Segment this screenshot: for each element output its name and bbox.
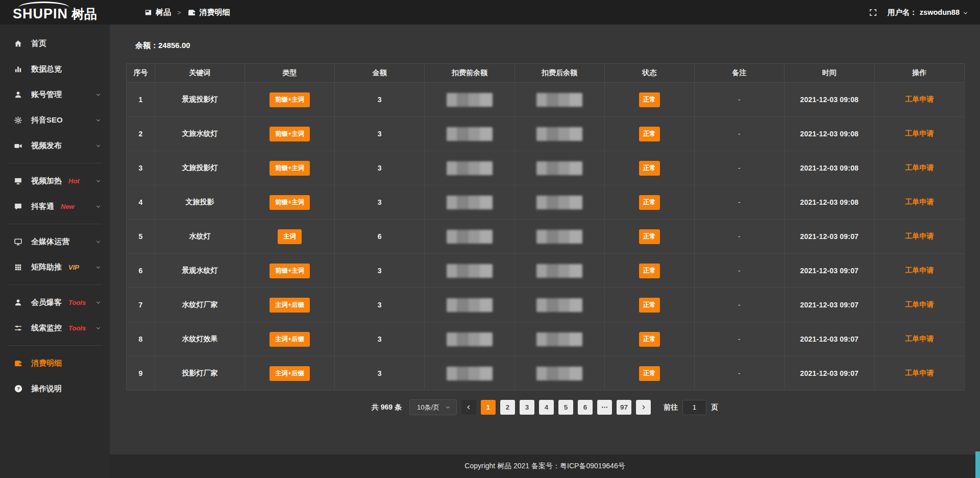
page-button-5[interactable]: 5 (558, 400, 573, 415)
cell-amount: 3 (335, 254, 425, 288)
table-row: 7水纹灯厂家主词+后缀3正常-2021-12-03 09:07工单申请 (127, 288, 965, 322)
blurred-balance (447, 332, 493, 346)
work-order-link[interactable]: 工单申请 (905, 334, 934, 343)
sidebar-item-member-burst[interactable]: 会员爆客Tools (0, 290, 110, 315)
page-size-select[interactable]: 10条/页 (409, 399, 457, 415)
cell-balance-after (514, 83, 604, 117)
chevron-down-icon[interactable] (95, 117, 102, 124)
balance-label: 余额： (135, 41, 158, 50)
page-button-6[interactable]: 6 (578, 400, 593, 415)
more-pages-button[interactable] (597, 400, 612, 415)
work-order-link[interactable]: 工单申请 (905, 163, 934, 172)
gear-icon (14, 116, 23, 125)
chevron-down-icon (445, 404, 451, 411)
work-order-link[interactable]: 工单申请 (905, 198, 934, 206)
prev-page-button[interactable] (461, 400, 476, 415)
table-row: 5水纹灯主词6正常-2021-12-03 09:07工单申请 (127, 220, 965, 254)
video-icon (14, 141, 23, 150)
page-button-3[interactable]: 3 (520, 400, 534, 415)
work-order-link[interactable]: 工单申请 (905, 95, 934, 103)
user-menu[interactable]: 用户名： zswodun88 (888, 8, 969, 17)
cell-balance-before (425, 151, 514, 185)
sidebar-item-video-publish[interactable]: 视频发布 (0, 133, 110, 158)
footer: Copyright 树品 2021 备案号：粤ICP备09019646号 (110, 455, 980, 478)
cell-balance-before (425, 322, 514, 356)
cell-remark: - (694, 288, 784, 322)
status-badge: 正常 (639, 264, 660, 278)
sidebar-item-douketong[interactable]: 抖客通New (0, 194, 110, 219)
work-order-link[interactable]: 工单申请 (905, 369, 934, 377)
sidebar-item-consumption-detail[interactable]: 消费明细 (0, 350, 110, 376)
sidebar-item-data-overview[interactable]: 数据总览 (0, 56, 110, 82)
cell-balance-after (514, 322, 604, 356)
wallet-icon (187, 8, 196, 17)
sidebar-nav: 首页数据总览账号管理抖音SEO视频发布视频加热Hot抖客通New全媒体运营矩阵助… (0, 31, 110, 401)
chevron-down-icon[interactable] (95, 178, 102, 184)
fullscreen-icon[interactable] (869, 8, 877, 17)
grid-icon (14, 263, 23, 272)
sidebar-item-video-heat[interactable]: 视频加热Hot (0, 168, 110, 194)
sidebar-item-matrix-boost[interactable]: 矩阵助推VIP (0, 254, 110, 280)
chevron-down-icon[interactable] (95, 264, 102, 271)
work-order-link[interactable]: 工单申请 (905, 300, 934, 308)
cell-index: 6 (127, 254, 155, 288)
work-order-link[interactable]: 工单申请 (905, 266, 934, 274)
sidebar-item-media-operation[interactable]: 全媒体运营 (0, 229, 110, 254)
cell-balance-after (514, 151, 604, 185)
chevron-down-icon[interactable] (95, 299, 102, 306)
breadcrumb-item-consumption-detail[interactable]: 消费明细 (187, 8, 230, 17)
chevron-down-icon[interactable] (95, 325, 102, 331)
balance-value: 24856.00 (158, 41, 190, 50)
blurred-balance (536, 367, 582, 380)
page-size-value: 10条/页 (417, 403, 439, 412)
monitor-icon (14, 237, 23, 246)
next-page-button[interactable] (636, 400, 651, 415)
cell-amount: 3 (335, 83, 425, 117)
copyright-text: Copyright 树品 2021 备案号：粤ICP备09019646号 (464, 462, 625, 471)
sidebar-item-label: 数据总览 (31, 64, 62, 74)
page-button-2[interactable]: 2 (500, 400, 515, 415)
page-button-97[interactable]: 97 (617, 400, 631, 415)
cell-type: 主词+后缀 (244, 288, 334, 322)
sidebar-divider (8, 163, 102, 163)
column-header: 类型 (244, 64, 334, 83)
cell-amount: 3 (335, 117, 425, 151)
work-order-link[interactable]: 工单申请 (905, 232, 934, 240)
sidebar-item-label: 全媒体运营 (31, 237, 69, 247)
page-button-4[interactable]: 4 (539, 400, 554, 415)
chevron-down-icon[interactable] (95, 203, 102, 210)
cell-action: 工单申请 (874, 322, 964, 356)
sidebar-item-home[interactable]: 首页 (0, 31, 110, 56)
chevron-down-icon[interactable] (95, 142, 102, 149)
blurred-balance (536, 230, 582, 244)
app-logo[interactable]: SHUPIN 树品 (0, 0, 110, 25)
type-badge: 前缀+主词 (270, 92, 310, 107)
cell-status: 正常 (604, 83, 694, 117)
blurred-balance (447, 93, 493, 107)
cell-keyword: 投影灯厂家 (155, 356, 244, 391)
cell-type: 前缀+主词 (244, 185, 334, 220)
work-order-link[interactable]: 工单申请 (905, 129, 934, 137)
cell-time: 2021-12-03 09:07 (785, 254, 875, 288)
cell-time: 2021-12-03 09:08 (785, 185, 875, 220)
cell-balance-after (514, 356, 604, 391)
sidebar-item-account-manage[interactable]: 账号管理 (0, 82, 110, 107)
goto-page-input[interactable] (682, 400, 706, 415)
cell-amount: 3 (335, 322, 425, 356)
table-row: 4文旅投影前缀+主词3正常-2021-12-03 09:08工单申请 (127, 185, 965, 220)
sidebar-item-douyin-seo[interactable]: 抖音SEO (0, 107, 110, 133)
type-badge: 主词 (278, 229, 302, 244)
cell-amount: 3 (335, 151, 425, 185)
sidebar-item-instructions[interactable]: ?操作说明 (0, 376, 110, 401)
sidebar-item-label: 矩阵助推 (31, 262, 62, 272)
dashboard-icon (144, 9, 152, 16)
sidebar-item-label: 会员爆客 (31, 298, 62, 307)
sidebar-item-clue-monitor[interactable]: 线索监控Tools (0, 315, 110, 341)
chevron-down-icon[interactable] (95, 91, 102, 98)
breadcrumb-item-home[interactable]: 树品 (144, 8, 171, 17)
scrollbar-thumb[interactable] (975, 451, 980, 478)
chevron-down-icon[interactable] (95, 238, 102, 245)
page-button-1[interactable]: 1 (481, 400, 496, 415)
blurred-balance (447, 127, 493, 141)
cell-action: 工单申请 (874, 83, 964, 117)
